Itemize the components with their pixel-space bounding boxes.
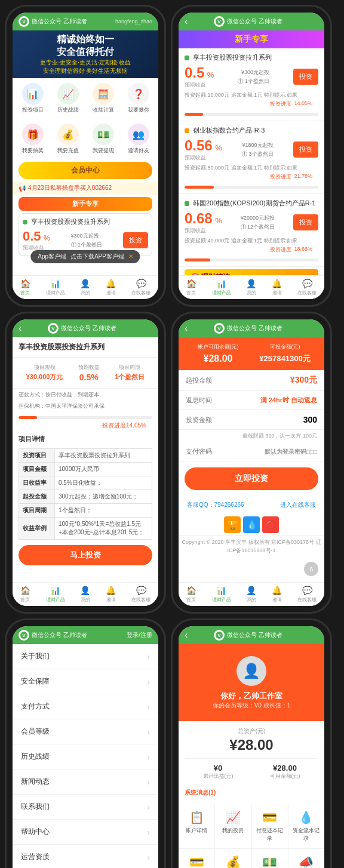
arrow-payment: › — [147, 702, 150, 712]
phone1: V 微信公众号 乙帅读者 hangfeng_zhao 精诚始终如一 安全值得托付… — [5, 5, 166, 307]
nav2-service[interactable]: 💬 在线客服 — [297, 279, 317, 296]
back-arrow6[interactable]: ‹ — [185, 630, 188, 641]
amount-input[interactable] — [269, 415, 317, 424]
grid-account[interactable]: 📋 帐户详情 — [179, 804, 214, 848]
nav4-products[interactable]: 📊 理财产品 — [212, 586, 231, 603]
settings-menu: 关于我们 › 安全保障 › 支付方式 › 会员等级 › 历史战绩 › 新闻动态 … — [13, 644, 158, 868]
icon-recharge[interactable]: 💰 我要充值 — [57, 124, 79, 155]
svg-text:V: V — [218, 633, 222, 638]
icon-invest[interactable]: 📊 投资项目 — [22, 83, 44, 114]
qq-support-row: 客服QQ：794266266 进入在线客服 — [179, 496, 324, 514]
prod1-rate-label: 预期收益 — [185, 81, 214, 89]
settings-about[interactable]: 关于我们 › — [13, 644, 158, 669]
nav4-service[interactable]: 💬 在线客服 — [297, 586, 317, 603]
icon-withdraw[interactable]: 💵 我要提现 — [93, 124, 114, 155]
service-icon3: 💬 — [136, 586, 146, 595]
icon-lottery[interactable]: 🎁 我要抽奖 — [22, 124, 44, 155]
products-icon: 📊 — [50, 279, 60, 288]
newbie-banner[interactable]: 新手专享 — [19, 197, 152, 211]
settings-qualification[interactable]: 运营资质 › — [13, 845, 158, 868]
grid-invest[interactable]: 📈 我的投资 — [215, 804, 251, 848]
nav3-products[interactable]: 📊 理财产品 — [46, 586, 65, 603]
prod3-progress-bar — [185, 258, 318, 261]
settings-contact[interactable]: 联系我们 › — [13, 795, 158, 820]
nav3-home[interactable]: 🏠 首页 — [20, 586, 30, 603]
min-amount-hint: 最低限额 300，达一次方 100元 — [179, 430, 324, 442]
user-balance-section: 帐户可用余额(元) ¥28.00 — [185, 343, 251, 364]
grid-recharge[interactable]: 💰 我要充值 — [215, 849, 251, 868]
pay-row-minamount: 起投金额 ¥300元 — [179, 370, 324, 391]
settings-help[interactable]: 帮助中心 › — [13, 820, 158, 845]
nav3-profile[interactable]: 👤 我的 — [80, 586, 90, 603]
prod3-name: 韩国200指数(KOPSI200)期货合约产品R-1 — [193, 199, 318, 208]
prod3-rate-label: 预期收益 — [185, 227, 222, 235]
icon-friends[interactable]: 👥 邀请好友 — [128, 124, 149, 155]
confirm-invest-button[interactable]: 立即投资 — [185, 467, 318, 490]
assets-section: 总资产(元) ¥28.00 ¥0 累计出益(元) ¥28.00 可用余额(元) — [179, 721, 324, 786]
prod3-progress-row: 投资进度 18.66% — [185, 245, 318, 256]
flow-icon: 💧 — [291, 810, 322, 824]
icon-history[interactable]: 📈 历史战绩 — [57, 83, 79, 114]
grid-interest[interactable]: 💳 付息还本记录 — [252, 804, 288, 848]
settings-history[interactable]: 历史战绩 › — [13, 744, 158, 769]
system-message[interactable]: 系统消息(1) — [179, 786, 324, 799]
prod3-body: 0.68 % 预期收益 ¥20000元起投 ① 12个盈然日 投资 — [185, 210, 318, 235]
icon-calc[interactable]: 🧮 收益计算 — [93, 83, 114, 114]
prod3-invest-btn[interactable]: 投资 — [293, 214, 318, 230]
settings-payment[interactable]: 支付方式 › — [13, 694, 158, 719]
icon-invite[interactable]: ❓ 我要邀你 — [128, 83, 149, 114]
phone1-header: V 微信公众号 乙帅读者 hangfeng_zhao — [13, 13, 158, 30]
settings-security[interactable]: 安全保障 › — [13, 669, 158, 694]
logo2: V 微信公众号 乙帅读者 — [214, 16, 282, 27]
prod1-invest-btn[interactable]: 投资 — [293, 69, 318, 85]
pay-row-amount: 投资金额 — [179, 410, 324, 430]
account-icon: 📋 — [181, 810, 212, 824]
settings-news[interactable]: 新闻动态 › — [13, 769, 158, 795]
prod1-info: 投资起额:10,000元 追加金额:1元 特别提示:如果 — [185, 89, 318, 99]
nav2-invite[interactable]: 🔔 邀请 — [272, 279, 282, 296]
sub-asset-0: ¥0 累计出益(元) — [203, 764, 234, 780]
nav-profile[interactable]: 👤 我的 — [80, 279, 90, 296]
arrow-qualification: › — [147, 852, 150, 862]
grid-bank[interactable]: 💳 我的银行卡 — [179, 849, 214, 868]
green-sq-1 — [185, 56, 189, 60]
arrow-member: › — [147, 727, 150, 737]
nav3-service[interactable]: 💬 在线客服 — [131, 586, 150, 603]
grid-flow[interactable]: 💧 资金流水记录 — [288, 804, 324, 848]
nav2-products[interactable]: 📊 理财产品 — [212, 279, 231, 296]
phone4-header-title: 微信公众号 乙帅读者 — [227, 324, 282, 333]
nav4-invite[interactable]: 🔔 邀请 — [272, 586, 282, 603]
nav2-profile[interactable]: 👤 我的 — [246, 279, 256, 296]
logo-icon6: V — [214, 630, 225, 641]
nav4-profile[interactable]: 👤 我的 — [246, 586, 256, 603]
table-row-4: 项目周期 1个盈然日； — [19, 504, 152, 518]
nav2-home[interactable]: 🏠 首页 — [186, 279, 196, 296]
nav4-home[interactable]: 🏠 首页 — [186, 586, 196, 603]
profile-icon2: 👤 — [246, 279, 256, 288]
main-invest-button[interactable]: 马上投资 — [19, 545, 152, 565]
bottom-nav-phone2: 🏠 首页 📊 理财产品 👤 我的 🔔 邀请 💬 在线客服 — [179, 275, 324, 299]
prod1-progress-fill — [185, 113, 203, 116]
nav3-invite[interactable]: 🔔 邀请 — [106, 586, 116, 603]
back-arrow[interactable]: ‹ — [185, 16, 188, 27]
nav-home[interactable]: 🏠 首页 — [20, 279, 30, 296]
hero-banner: 精诚始终如一 安全值得托付 更专业·更安全·更灵活·定期稳·收益 安全理财信得好… — [13, 30, 158, 78]
grid-withdraw[interactable]: 💵 我要提现 — [252, 849, 288, 868]
member-center-button[interactable]: 会员中心 — [19, 162, 152, 179]
grid-promote[interactable]: 📣 我的推广 — [288, 849, 324, 868]
invest-button[interactable]: 投资 — [123, 232, 148, 248]
prod2-rate: 0.56 — [185, 137, 213, 153]
prod2-invest-btn[interactable]: 投资 — [293, 141, 318, 158]
logo: V 微信公众号 乙帅读者 — [19, 16, 87, 27]
pay-row-password: 支付密码 默认为登录密码□□□ — [179, 442, 324, 461]
newbie-special-header: 新手专享 — [179, 30, 324, 48]
scroll-to-top[interactable]: ∧ — [304, 562, 318, 576]
nav-invite[interactable]: 🔔 邀请 — [106, 279, 116, 296]
settings-member[interactable]: 会员等级 › — [13, 719, 158, 744]
prod3-rate: 0.68 — [185, 210, 213, 226]
back-arrow3[interactable]: ‹ — [19, 323, 22, 334]
back-arrow4[interactable]: ‹ — [185, 323, 188, 334]
nav-service[interactable]: 💬 在线客服 — [131, 279, 150, 296]
nav-products[interactable]: 📊 理财产品 — [46, 279, 65, 296]
login-register[interactable]: 登录/注册 — [127, 631, 152, 639]
